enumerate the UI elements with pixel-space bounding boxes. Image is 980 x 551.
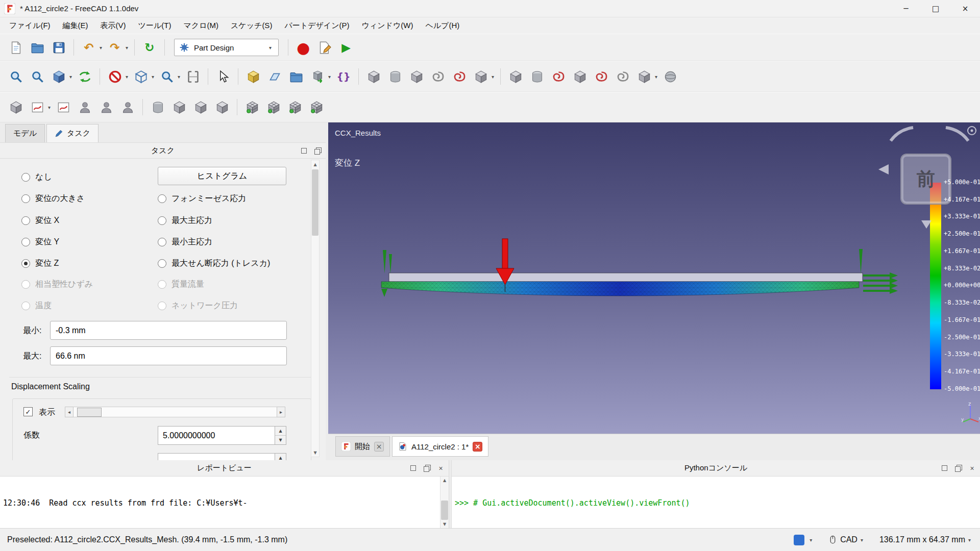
link-icon[interactable]	[308, 67, 327, 86]
result-option-von-mises[interactable]: フォンミーゼス応力	[158, 193, 246, 204]
result-option-displacement-magnitude[interactable]: 変位の大きさ	[21, 193, 85, 204]
subtractive-helix-icon[interactable]	[613, 67, 632, 86]
expression-icon[interactable]: {}	[334, 67, 353, 86]
undo-dropdown-icon[interactable]: ▾	[98, 45, 104, 51]
boolean-operation-icon[interactable]	[660, 67, 680, 86]
pocket-icon[interactable]	[506, 67, 525, 86]
revolution-icon[interactable]	[385, 67, 405, 86]
navigation-style-icon[interactable]	[794, 535, 804, 545]
menu-partdesign[interactable]: パートデザイン(P)	[278, 18, 355, 33]
viewport-3d[interactable]: CCX_Results 変位 Z	[328, 122, 980, 434]
view-dimensions[interactable]: 136.17 mm x 64.37 mm ▾	[879, 535, 973, 544]
task-scrollbar[interactable]: ▲ ▼	[311, 160, 320, 457]
chamfer-icon[interactable]	[169, 97, 189, 117]
histogram-button[interactable]: ヒストグラム	[158, 167, 286, 185]
create-sketch-icon[interactable]	[28, 97, 47, 117]
menu-macro[interactable]: マクロ(M)	[177, 18, 225, 33]
close-icon[interactable]: ×	[950, 0, 980, 17]
menu-edit[interactable]: 編集(E)	[57, 18, 94, 33]
report-scrollbar[interactable]: ▲ ▼	[440, 477, 449, 528]
tab-start-page[interactable]: 開始 ×	[335, 436, 390, 457]
record-macro-icon[interactable]: ●	[293, 38, 313, 57]
menu-view[interactable]: 表示(V)	[94, 18, 132, 33]
python-console-input[interactable]: >>> # Gui.activeDocument().activeView().…	[452, 477, 980, 528]
sync-view-icon[interactable]	[75, 67, 94, 86]
result-option-max-principal[interactable]: 最大主応力	[158, 215, 212, 226]
additive-primitive-icon[interactable]	[471, 67, 491, 86]
isometric-view-icon[interactable]	[49, 67, 68, 86]
clipped-spinbox[interactable]: ▲ ▼	[158, 453, 286, 460]
new-document-icon[interactable]	[6, 38, 26, 57]
maximize-icon[interactable]: □	[921, 0, 950, 17]
mouse-model-selector[interactable]: CAD ▾	[828, 535, 865, 545]
fem-mesh-region-icon[interactable]	[264, 97, 283, 117]
scroll-up-icon[interactable]: ▲	[311, 160, 319, 168]
clipped-input[interactable]	[158, 453, 275, 460]
pad-icon[interactable]	[364, 67, 383, 86]
scrollbar-thumb[interactable]	[312, 169, 318, 236]
result-option-displacement-x[interactable]: 変位 X	[21, 215, 59, 226]
link-dropdown-icon[interactable]: ▾	[327, 74, 332, 80]
draw-style-icon[interactable]	[157, 67, 177, 86]
groove-icon[interactable]	[549, 67, 568, 86]
scroll-down-icon[interactable]: ▼	[311, 448, 319, 457]
spin-up-icon[interactable]: ▲	[275, 427, 286, 435]
open-file-icon[interactable]	[28, 38, 47, 57]
subtractive-pipe-icon[interactable]	[592, 67, 611, 86]
slider-track[interactable]	[74, 407, 277, 417]
result-option-displacement-z[interactable]: 変位 Z	[21, 258, 59, 269]
execute-macro-icon[interactable]: ▶	[336, 38, 356, 57]
additive-loft-icon[interactable]	[407, 67, 426, 86]
redo-dropdown-icon[interactable]: ▾	[124, 45, 130, 51]
zoom-selection-icon[interactable]	[28, 67, 47, 86]
scroll-down-icon[interactable]: ▼	[440, 520, 449, 528]
show-checkbox[interactable]: ✓	[23, 407, 33, 416]
panel-undock-icon[interactable]	[409, 464, 417, 472]
selection-view-icon[interactable]	[131, 67, 151, 86]
refresh-icon[interactable]: ↻	[140, 38, 159, 57]
panel-float-icon[interactable]	[423, 464, 431, 472]
sketch-tools-icon[interactable]	[118, 97, 137, 117]
edit-sketch-icon[interactable]	[54, 97, 73, 117]
scale-slider[interactable]: ◂ ▸	[65, 407, 285, 417]
result-option-min-principal[interactable]: 最小主応力	[158, 237, 212, 247]
menu-help[interactable]: ヘルプ(H)	[419, 18, 465, 33]
slider-right-icon[interactable]: ▸	[277, 407, 285, 417]
factor-spinbox[interactable]: ▲ ▼	[158, 426, 286, 445]
view-dropdown-icon[interactable]: ▾	[68, 74, 74, 80]
max-value-input[interactable]	[50, 346, 287, 365]
save-icon[interactable]	[49, 38, 68, 57]
sketch-dropdown-icon[interactable]: ▾	[46, 105, 52, 110]
additive-pipe-icon[interactable]	[428, 67, 448, 86]
panel-undock-icon[interactable]	[941, 464, 948, 472]
menu-windows[interactable]: ウィンドウ(W)	[355, 18, 419, 33]
panel-float-icon[interactable]	[314, 147, 322, 155]
tab-model[interactable]: モデル	[5, 124, 45, 142]
scrollbar-thumb[interactable]	[441, 500, 448, 520]
tab-task[interactable]: タスク	[46, 124, 99, 142]
validate-sketch-icon[interactable]	[75, 97, 94, 117]
spin-down-icon[interactable]: ▼	[275, 435, 286, 444]
workbench-selector[interactable]: Part Design ▾	[174, 39, 279, 56]
create-datum-icon[interactable]	[265, 67, 284, 86]
subtractive-loft-icon[interactable]	[570, 67, 590, 86]
result-option-none[interactable]: なし	[21, 172, 52, 183]
fillet-icon[interactable]	[148, 97, 167, 117]
menu-tools[interactable]: ツール(T)	[132, 18, 178, 33]
menu-file[interactable]: ファイル(F)	[3, 18, 57, 33]
result-option-displacement-y[interactable]: 変位 Y	[21, 237, 59, 247]
primitive-dropdown-icon[interactable]: ▾	[490, 74, 496, 80]
tab-document-a112[interactable]: A112_circle2 : 1* ×	[392, 436, 488, 457]
factor-input[interactable]	[158, 426, 275, 445]
close-tab-icon[interactable]: ×	[374, 442, 384, 452]
body-base-icon[interactable]	[6, 97, 26, 117]
fem-mesh-display-icon[interactable]	[242, 97, 262, 117]
drawstyle-dropdown-icon[interactable]: ▾	[176, 74, 182, 80]
draft-icon[interactable]	[191, 97, 210, 117]
hole-icon[interactable]	[527, 67, 547, 86]
thickness-icon[interactable]	[212, 97, 232, 117]
subtractive-primitive-icon[interactable]	[634, 67, 654, 86]
minimize-icon[interactable]: ─	[891, 0, 921, 17]
merge-sketch-icon[interactable]	[96, 97, 116, 117]
panel-close-icon[interactable]: ×	[437, 464, 445, 472]
